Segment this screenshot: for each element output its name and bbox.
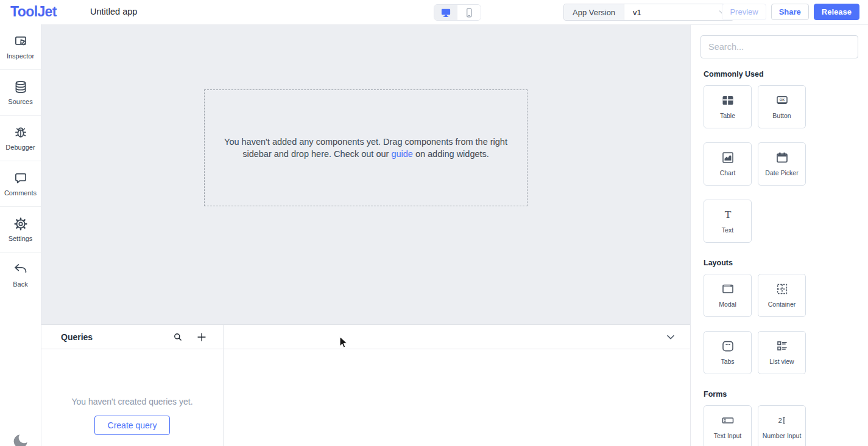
sidebar-item-label: Comments — [4, 189, 37, 197]
widget-section-layouts: LayoutsModalContainerTabsList view — [700, 259, 858, 374]
mobile-layout-button[interactable] — [457, 5, 481, 20]
preview-button[interactable]: Preview — [722, 4, 766, 20]
text-icon — [721, 207, 735, 222]
widget-search-input[interactable] — [700, 35, 858, 58]
widget-card-label: Tabs — [719, 358, 736, 366]
inspector-icon — [13, 33, 29, 49]
app-version-value: v1 — [633, 8, 641, 17]
desktop-layout-button[interactable] — [434, 5, 457, 20]
collapse-panel-button[interactable] — [665, 331, 677, 343]
canvas-empty-text-after: on adding widgets. — [413, 149, 489, 159]
widget-card-grid: ModalContainerTabsList view — [704, 274, 858, 374]
widget-card-list-view[interactable]: List view — [758, 331, 806, 374]
widget-card-text-input[interactable]: Text Input — [704, 405, 752, 446]
app-title[interactable]: Untitled app — [90, 7, 137, 16]
guide-link[interactable]: guide — [391, 149, 412, 159]
settings-icon — [13, 216, 29, 232]
modal-icon — [721, 282, 735, 296]
listview-icon — [775, 339, 789, 354]
chevron-down-icon — [665, 331, 677, 343]
sidebar-item-sources[interactable]: Sources — [0, 70, 41, 116]
sidebar-item-label: Debugger — [5, 144, 35, 151]
canvas-empty-message: You haven't added any components yet. Dr… — [212, 136, 520, 160]
share-button[interactable]: Share — [771, 4, 809, 20]
widget-card-date-picker[interactable]: Date Picker — [758, 142, 806, 186]
numberinput-icon — [775, 413, 789, 428]
app-header: ToolJet Untitled app App Version v1 Prev… — [0, 0, 868, 24]
table-icon — [721, 93, 735, 108]
device-layout-toggle — [434, 4, 481, 21]
widget-card-label: Button — [771, 112, 792, 120]
widget-card-label: Modal — [717, 301, 738, 308]
add-query-button[interactable] — [196, 332, 207, 343]
query-editor-pane — [224, 325, 690, 446]
mobile-icon — [463, 7, 475, 19]
dark-mode-toggle[interactable] — [12, 432, 30, 446]
app-canvas: You haven't added any components yet. Dr… — [41, 24, 690, 324]
widget-card-label: Container — [766, 301, 798, 308]
queries-panel: Queries You haven't created queries yet.… — [41, 324, 690, 446]
release-button[interactable]: Release — [814, 4, 859, 20]
sidebar-item-debugger[interactable]: Debugger — [0, 116, 41, 161]
queries-title: Queries — [61, 332, 93, 342]
queries-header: Queries — [41, 325, 223, 349]
widget-card-chart[interactable]: Chart — [704, 142, 752, 186]
queries-header-actions — [172, 332, 223, 343]
widget-card-tabs[interactable]: Tabs — [704, 331, 752, 374]
search-icon — [172, 332, 183, 343]
desktop-icon — [440, 7, 452, 19]
sources-icon — [13, 79, 29, 95]
sidebar-item-comments[interactable]: Comments — [0, 161, 41, 207]
back-icon — [13, 262, 29, 277]
comments-icon — [13, 170, 29, 186]
sidebar-item-label: Settings — [9, 235, 33, 242]
tabs-icon — [721, 339, 735, 354]
chart-icon — [721, 150, 735, 165]
queries-empty-state: You haven't created queries yet. Create … — [41, 349, 223, 446]
widget-section-forms: FormsText InputNumber InputPassword Inpu… — [700, 390, 858, 446]
widget-card-label: List view — [767, 358, 796, 366]
sidebar-item-inspector[interactable]: Inspector — [0, 24, 41, 70]
left-sidebar: InspectorSourcesDebuggerCommentsSettings… — [0, 24, 41, 446]
widget-section-title: Forms — [704, 390, 858, 399]
query-search-button[interactable] — [172, 332, 183, 343]
widget-card-table[interactable]: Table — [704, 85, 752, 128]
sidebar-item-back[interactable]: Back — [0, 253, 41, 298]
moon-icon — [12, 432, 30, 446]
widget-card-label: Date Picker — [763, 169, 800, 177]
button-icon — [775, 93, 789, 108]
app-version-select[interactable]: v1 — [624, 4, 733, 20]
widget-card-modal[interactable]: Modal — [704, 274, 752, 317]
widget-card-label: Number Input — [761, 432, 803, 440]
widget-card-label: Text — [720, 226, 735, 234]
query-editor-header — [224, 325, 690, 349]
widget-card-grid: Text InputNumber InputPassword InputDate… — [704, 405, 858, 446]
app-version-group: App Version v1 — [563, 4, 734, 21]
canvas-drop-zone: You haven't added any components yet. Dr… — [204, 89, 528, 206]
widget-card-container[interactable]: Container — [758, 274, 806, 317]
queries-list-pane: Queries You haven't created queries yet.… — [41, 325, 224, 446]
app-version-label: App Version — [564, 4, 624, 20]
widget-sidebar: Commonly UsedTableButtonChartDate Picker… — [690, 24, 868, 446]
widget-card-label: Text Input — [712, 432, 744, 440]
widget-section-title: Commonly Used — [704, 70, 858, 78]
datepicker-icon — [775, 150, 789, 165]
textinput-icon — [721, 413, 735, 428]
widget-card-label: Chart — [718, 169, 738, 177]
widget-card-button[interactable]: Button — [758, 85, 806, 128]
widget-card-label: Table — [718, 112, 737, 120]
tooljet-logo[interactable]: ToolJet — [10, 4, 57, 20]
widget-section-commonly-used: Commonly UsedTableButtonChartDate Picker… — [700, 70, 858, 243]
widget-card-grid: TableButtonChartDate PickerText — [704, 85, 858, 243]
queries-empty-text: You haven't created queries yet. — [71, 397, 192, 406]
sidebar-item-settings[interactable]: Settings — [0, 207, 41, 253]
widget-card-text[interactable]: Text — [704, 200, 752, 243]
header-actions: Preview Share Release — [722, 4, 859, 20]
sidebar-item-label: Sources — [8, 98, 32, 105]
debugger-icon — [13, 125, 29, 141]
sidebar-item-label: Back — [13, 280, 27, 288]
create-query-button[interactable]: Create query — [94, 416, 171, 435]
widget-section-title: Layouts — [704, 259, 858, 267]
sidebar-item-label: Inspector — [7, 52, 34, 60]
widget-card-number-input[interactable]: Number Input — [758, 405, 806, 446]
